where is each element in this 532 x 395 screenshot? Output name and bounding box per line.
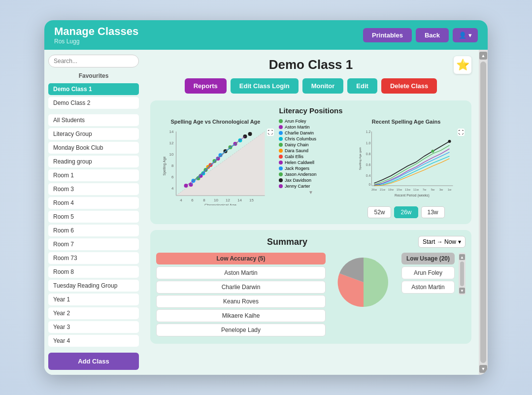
svg-text:11w: 11w [413, 188, 419, 191]
svg-text:5w: 5w [431, 188, 435, 191]
svg-text:4: 4 [180, 198, 182, 202]
sidebar-item-demo-class-1[interactable]: Demo Class 1 [48, 83, 139, 95]
sidebar-item-reading-group[interactable]: Reading group [48, 156, 139, 167]
monitor-button[interactable]: Monitor [302, 78, 344, 94]
literacy-positions-title: Literacy Positions [156, 106, 466, 115]
edit-class-login-button[interactable]: Edit Class Login [231, 78, 299, 94]
star-icon[interactable]: ⭐ [454, 56, 471, 74]
app-title: Manage Classes [54, 25, 138, 38]
scatter-expand-icon[interactable]: ⛶ [267, 129, 274, 136]
main-content: Favourites Demo Class 1 Demo Class 2 All… [44, 50, 488, 375]
svg-text:13w: 13w [405, 188, 411, 191]
gains-expand-icon[interactable]: ⛶ [458, 129, 465, 136]
scroll-up-icon[interactable]: ▲ [479, 52, 487, 60]
svg-text:14: 14 [237, 198, 242, 202]
low-usage-header: Low Usage (20) [401, 253, 455, 264]
legend-label: Jack Rogers [285, 166, 309, 171]
page-header: Demo Class 1 ⭐ [150, 57, 471, 72]
sidebar-item-room73[interactable]: Room 73 [48, 252, 139, 264]
low-usage-scrollbar: ▲ ▼ [459, 253, 466, 295]
svg-text:4: 4 [171, 186, 174, 191]
scatter-chart-title: Spelling Age vs Chronological Age [156, 119, 275, 125]
dropdown-label: Start → Now [423, 238, 456, 245]
legend-item-dara-saund: Dara Saund [279, 148, 343, 153]
low-accuracy-header: Low Accuracy (5) [156, 253, 326, 264]
scroll-down-icon[interactable]: ▼ [479, 365, 487, 373]
low-usage-item-2[interactable]: Aston Martin [401, 281, 455, 294]
printables-button[interactable]: Printables [363, 28, 412, 42]
week-52-button[interactable]: 52w [367, 206, 391, 218]
svg-text:0: 0 [369, 183, 371, 186]
sidebar-item-demo-class-2[interactable]: Demo Class 2 [48, 97, 139, 109]
low-usage-item-1[interactable]: Arun Foley [401, 266, 455, 279]
svg-text:Recent Period (weeks): Recent Period (weeks) [395, 194, 430, 198]
reports-button[interactable]: Reports [185, 78, 227, 94]
summary-dropdown[interactable]: Start → Now ▾ [418, 236, 466, 248]
edit-button[interactable]: Edit [347, 78, 377, 94]
svg-text:10: 10 [214, 198, 218, 202]
sidebar-item-monday-book-club[interactable]: Monday Book Club [48, 142, 139, 154]
low-accuracy-item-5[interactable]: Penelope Lady [156, 324, 326, 336]
svg-text:3w: 3w [439, 188, 443, 191]
sidebar-item-room8[interactable]: Room 8 [48, 266, 139, 278]
legend-label: Aston Martin [285, 125, 310, 130]
week-26-button[interactable]: 26w [394, 206, 418, 218]
sidebar-item-room3[interactable]: Room 3 [48, 183, 139, 195]
search-input[interactable] [48, 55, 139, 67]
title-bar: Manage Classes Ros Lugg Printables Back … [44, 20, 488, 50]
sidebar-item-room7[interactable]: Room 7 [48, 238, 139, 250]
sidebar-item-room4[interactable]: Room 4 [48, 197, 139, 209]
sidebar-item-year3[interactable]: Year 3 [48, 321, 139, 333]
user-icon: 👤 [459, 32, 466, 39]
pie-chart-container [332, 253, 396, 312]
sidebar-item-year1[interactable]: Year 1 [48, 294, 139, 305]
svg-text:1.2: 1.2 [366, 130, 371, 133]
low-accuracy-item-1[interactable]: Aston Martin [156, 266, 326, 279]
svg-text:Spelling Age: Spelling Age [163, 156, 166, 175]
sidebar-item-room1[interactable]: Room 1 [48, 169, 139, 181]
svg-text:1.0: 1.0 [366, 141, 371, 145]
page-title: Demo Class 1 [269, 57, 353, 72]
scroll-down-btn[interactable]: ▼ [459, 288, 465, 294]
sidebar-item-tuesday-reading-group[interactable]: Tuesday Reading Group [48, 280, 139, 292]
legend-item-arun-foley: Arun Foley [279, 119, 343, 124]
sidebar-item-literacy-group[interactable]: Literacy Group [48, 128, 139, 140]
legend-label: Daisy Chain [285, 142, 309, 147]
low-accuracy-item-2[interactable]: Charlie Darwin [156, 281, 326, 294]
low-accuracy-column: Low Accuracy (5) Aston Martin Charlie Da… [156, 253, 326, 338]
sidebar-item-year4[interactable]: Year 4 [48, 335, 139, 347]
legend-area: Arun Foley Aston Martin Charlie Darwin [279, 119, 343, 218]
svg-text:15: 15 [249, 198, 254, 202]
svg-text:12: 12 [226, 198, 230, 202]
user-button[interactable]: 👤 ▾ [453, 28, 478, 42]
sidebar-item-all-students[interactable]: All Students [48, 114, 139, 126]
summary-header: Summary Start → Now ▾ [156, 236, 466, 248]
add-class-button[interactable]: Add Class [48, 353, 139, 370]
sidebar-item-year2[interactable]: Year 2 [48, 307, 139, 319]
week-buttons: 52w 26w 13w [347, 206, 466, 218]
legend-item-jason-anderson: Jason Anderson [279, 172, 343, 177]
title-bar-left: Manage Classes Ros Lugg [54, 25, 138, 45]
svg-text:0.8: 0.8 [366, 152, 371, 156]
legend-item-jax-davidson: Jax Davidson [279, 178, 343, 183]
delete-class-button[interactable]: Delete Class [381, 78, 437, 94]
low-accuracy-item-3[interactable]: Keanu Roves [156, 295, 326, 308]
scatter-chart-area: Spelling Age vs Chronological Age 14 12 … [156, 119, 275, 218]
scroll-up-btn[interactable]: ▲ [459, 254, 465, 260]
week-13-button[interactable]: 13w [421, 206, 445, 218]
legend-label: Jenny Carter [285, 184, 310, 189]
pie-chart-svg [334, 253, 393, 312]
scroll-thumb [460, 262, 464, 286]
legend-label: Charlie Darwin [285, 131, 314, 135]
sidebar-item-room6[interactable]: Room 6 [48, 225, 139, 236]
summary-title: Summary [156, 237, 418, 247]
svg-text:21w: 21w [380, 188, 386, 191]
right-scrollbar: ▲ ▼ [479, 50, 488, 375]
action-buttons: Reports Edit Class Login Monitor Edit De… [150, 78, 471, 94]
legend-label: Jason Anderson [285, 172, 317, 177]
back-button[interactable]: Back [416, 28, 449, 42]
svg-point-57 [448, 140, 451, 143]
low-accuracy-item-4[interactable]: Mikaere Kaihe [156, 309, 326, 322]
sidebar-item-room5[interactable]: Room 5 [48, 211, 139, 223]
svg-text:1w: 1w [448, 188, 452, 191]
